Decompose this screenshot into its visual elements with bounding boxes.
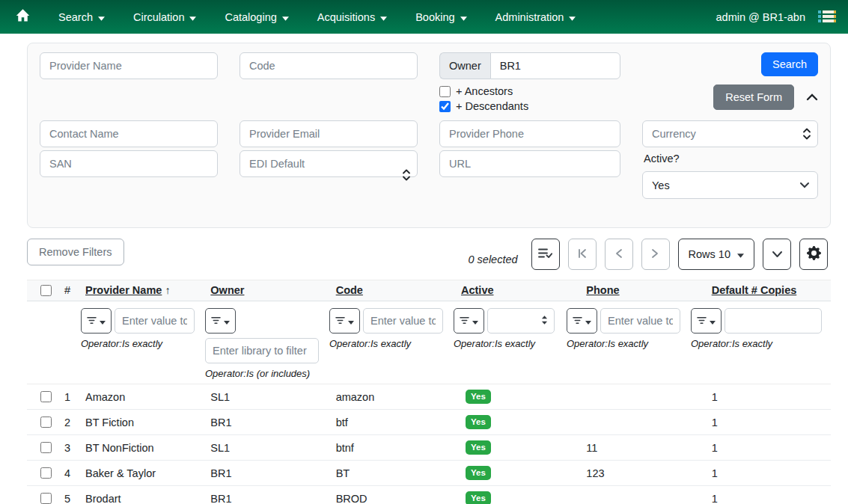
table-row[interactable]: 2 BT Fiction BR1 btf Yes 1 bbox=[27, 410, 831, 435]
table-row[interactable]: 1 Amazon SL1 amazon Yes 1 bbox=[27, 384, 831, 410]
filter-icon bbox=[211, 315, 221, 327]
table-row[interactable]: 3 BT NonFiction SL1 btnf Yes 11 1 bbox=[27, 435, 831, 461]
first-page-button[interactable] bbox=[568, 239, 597, 270]
menu-cataloging[interactable]: Cataloging bbox=[215, 5, 298, 29]
filter-dropdown-button[interactable] bbox=[81, 308, 112, 334]
filter-dropdown-button[interactable] bbox=[691, 308, 722, 334]
phone-filter-input[interactable] bbox=[600, 308, 680, 334]
provider-name-input[interactable] bbox=[40, 52, 218, 79]
contact-name-input[interactable] bbox=[40, 120, 218, 147]
caret-down-icon bbox=[282, 11, 289, 23]
home-button[interactable] bbox=[7, 4, 38, 30]
active-select[interactable]: Yes bbox=[642, 171, 818, 199]
currency-input[interactable] bbox=[642, 120, 818, 147]
list-check-icon bbox=[538, 248, 552, 261]
remove-filters-button[interactable]: Remove Filters bbox=[27, 239, 124, 265]
home-icon bbox=[15, 8, 31, 25]
cell-code: btnf bbox=[330, 442, 455, 454]
row-checkbox[interactable] bbox=[40, 391, 52, 402]
cell-default-copies: 1 bbox=[706, 467, 831, 479]
select-all-checkbox[interactable] bbox=[40, 285, 52, 296]
code-filter-input[interactable] bbox=[363, 308, 443, 334]
filter-dropdown-button[interactable] bbox=[454, 308, 484, 334]
url-input[interactable] bbox=[439, 150, 620, 177]
collapse-chevron-up-icon[interactable] bbox=[806, 91, 818, 103]
table-row[interactable]: 5 Brodart BR1 BROD Yes 1 bbox=[27, 486, 831, 504]
filter-dropdown-button[interactable] bbox=[567, 308, 597, 334]
rows-per-page-label: Rows 10 bbox=[689, 248, 730, 260]
col-header-code[interactable]: Code bbox=[330, 284, 455, 296]
row-checkbox[interactable] bbox=[40, 493, 52, 504]
col-header-owner[interactable]: Owner bbox=[204, 284, 329, 296]
filter-operator-text: Operator:Is exactly bbox=[454, 338, 556, 349]
next-page-button[interactable] bbox=[641, 239, 670, 270]
active-badge: Yes bbox=[466, 440, 491, 455]
owner-filter-input[interactable] bbox=[205, 338, 319, 363]
first-page-icon bbox=[577, 248, 588, 261]
default-copies-filter-input[interactable] bbox=[725, 308, 822, 334]
menu-booking[interactable]: Booking bbox=[406, 5, 476, 29]
owner-input[interactable] bbox=[490, 52, 620, 79]
menu-acquisitions[interactable]: Acquisitions bbox=[308, 5, 397, 29]
col-header-active[interactable]: Active bbox=[455, 284, 580, 296]
filter-operator-text: Operator:Is exactly bbox=[567, 338, 680, 349]
code-input[interactable] bbox=[240, 52, 418, 79]
col-header-default-copies[interactable]: Default # Copies bbox=[706, 284, 831, 296]
descendants-checkbox[interactable] bbox=[439, 101, 451, 112]
rows-per-page-dropdown[interactable]: Rows 10 bbox=[678, 239, 754, 270]
row-number: 4 bbox=[57, 467, 79, 479]
filter-dropdown-button[interactable] bbox=[329, 308, 360, 334]
updown-chevrons-icon bbox=[402, 168, 411, 181]
filter-icon bbox=[697, 315, 707, 327]
cell-owner: BR1 bbox=[204, 493, 329, 504]
filter-icon bbox=[335, 315, 345, 327]
row-checkbox[interactable] bbox=[40, 467, 52, 479]
provider-email-input[interactable] bbox=[240, 120, 418, 147]
provider-phone-input[interactable] bbox=[439, 120, 620, 147]
col-header-phone[interactable]: Phone bbox=[580, 284, 705, 296]
descendants-label: + Descendants bbox=[456, 100, 528, 112]
provider-name-filter-input[interactable] bbox=[115, 308, 195, 334]
currency-combobox[interactable] bbox=[642, 120, 818, 147]
row-checkbox[interactable] bbox=[40, 442, 52, 453]
row-number-header: # bbox=[57, 284, 79, 296]
ancestors-checkbox[interactable] bbox=[439, 86, 451, 97]
active-filter-select[interactable] bbox=[487, 308, 555, 334]
ancestors-label: + Ancestors bbox=[456, 85, 513, 97]
caret-down-icon bbox=[224, 315, 230, 327]
san-input[interactable] bbox=[40, 150, 218, 177]
prev-page-button[interactable] bbox=[605, 239, 633, 270]
cell-default-copies: 1 bbox=[706, 417, 831, 428]
filter-provider-name: Operator:Is exactly bbox=[79, 308, 204, 349]
navbar-right: admin @ BR1-abn bbox=[716, 8, 838, 26]
grid-header-row: # Provider Name ↑ Owner Code Active Phon… bbox=[27, 280, 831, 301]
filter-default-copies: Operator:Is exactly bbox=[689, 308, 831, 349]
col-header-provider-name[interactable]: Provider Name ↑ bbox=[79, 284, 204, 296]
caret-down-icon bbox=[380, 11, 387, 23]
grid-menu-button[interactable] bbox=[763, 239, 791, 270]
search-button[interactable]: Search bbox=[761, 52, 818, 76]
ancestors-checkbox-row[interactable]: + Ancestors bbox=[439, 85, 620, 97]
filter-dropdown-button[interactable] bbox=[205, 308, 236, 334]
cell-owner: SL1 bbox=[204, 442, 329, 454]
descendants-checkbox-row[interactable]: + Descendants bbox=[439, 100, 620, 112]
cell-code: BROD bbox=[330, 493, 455, 504]
providers-grid: # Provider Name ↑ Owner Code Active Phon… bbox=[27, 280, 831, 504]
menu-administration[interactable]: Administration bbox=[486, 5, 586, 29]
grid-settings-button[interactable] bbox=[799, 239, 828, 270]
cell-owner: SL1 bbox=[204, 391, 329, 403]
edi-default-combobox[interactable] bbox=[240, 150, 418, 199]
edi-default-input[interactable] bbox=[240, 150, 418, 177]
table-row[interactable]: 4 Baker & Taylor BR1 BT Yes 123 1 bbox=[27, 461, 831, 486]
caret-down-icon bbox=[710, 315, 716, 327]
row-actions-button[interactable] bbox=[531, 239, 560, 270]
row-number: 2 bbox=[57, 417, 79, 428]
filter-operator-text: Operator:Is exactly bbox=[691, 338, 822, 349]
row-checkbox[interactable] bbox=[40, 417, 52, 428]
provider-search-form: Owner Search + Ancestors + Descendants R… bbox=[27, 43, 831, 228]
reset-form-button[interactable]: Reset Form bbox=[713, 84, 794, 110]
menu-circulation[interactable]: Circulation bbox=[123, 5, 207, 29]
cell-provider-name: Amazon bbox=[79, 391, 204, 403]
workstation-menu-icon[interactable] bbox=[817, 8, 838, 26]
menu-search[interactable]: Search bbox=[49, 5, 115, 29]
